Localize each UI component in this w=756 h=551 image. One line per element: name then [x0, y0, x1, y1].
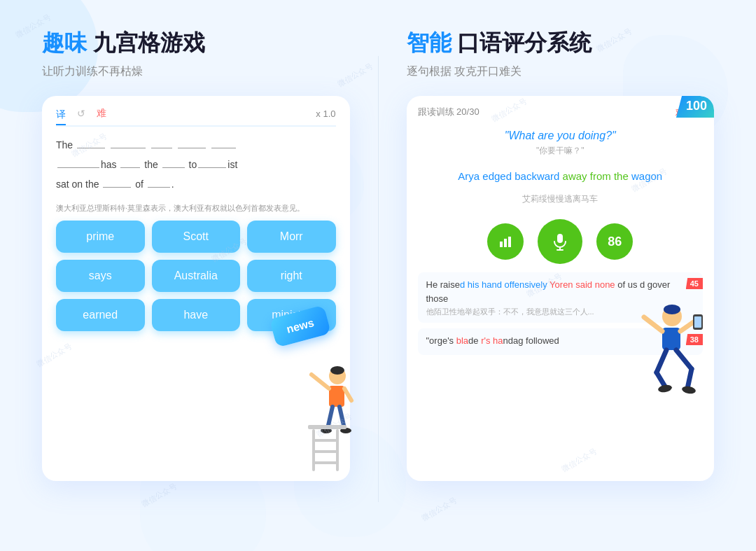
word-btn-australia[interactable]: Australia [152, 260, 241, 292]
speech-sentence: Arya edged backward away from the wagon [407, 162, 715, 190]
speech-controls: 86 [407, 211, 715, 272]
refresh-icon[interactable]: ↺ [77, 108, 85, 119]
svg-point-31 [681, 385, 696, 394]
speed-display: x 1.0 [316, 109, 335, 119]
left-panel: 趣味 九宫格游戏 让听力训练不再枯燥 译 ↺ 难 x 1.0 The has t… [42, 28, 350, 530]
tab-hard[interactable]: 难 [97, 107, 106, 120]
progress-text: 跟读训练 20/30 [418, 106, 479, 118]
word-btn-prime[interactable]: prime [56, 221, 145, 253]
svg-rect-33 [694, 316, 701, 328]
svg-line-24 [644, 317, 662, 331]
svg-line-4 [344, 389, 351, 400]
svg-line-27 [657, 372, 665, 386]
svg-line-28 [676, 350, 692, 369]
svg-rect-23 [662, 328, 680, 350]
speech-header: 跟读训练 20/30 难 | 易 100 [407, 96, 715, 124]
svg-line-3 [312, 375, 329, 389]
left-title-accent: 趣味 [42, 30, 87, 55]
right-title-rest: 口语评分系统 [451, 30, 592, 55]
word-btn-earned[interactable]: earned [56, 299, 145, 331]
left-panel-title: 趣味 九宫格游戏 [42, 28, 350, 59]
right-phone-mockup: 跟读训练 20/30 难 | 易 100 "What are you doing… [407, 96, 715, 481]
speech-sentence-cn: 艾莉绥慢慢逃离马车 [407, 190, 715, 211]
svg-rect-13 [312, 450, 339, 453]
right-panel-subtitle: 逐句根据 攻克开口难关 [407, 64, 715, 79]
left-panel-subtitle: 让听力训练不再枯燥 [42, 64, 350, 79]
svg-rect-2 [329, 386, 344, 407]
sentence-en-1: Arya edged backward [458, 170, 559, 182]
word-btn-says[interactable]: says [56, 260, 145, 292]
left-tabs: 译 ↺ 难 x 1.0 [56, 107, 336, 127]
word-btn-right[interactable]: right [247, 260, 336, 292]
fill-text-area: The has the toist sat on the of . [56, 135, 336, 194]
right-panel-title: 智能 口语评分系统 [407, 28, 715, 59]
top-score-badge: 100 [676, 96, 714, 118]
svg-point-22 [664, 305, 680, 314]
character-right [630, 299, 707, 425]
speech-quote-en: "What are you doing?" [407, 124, 715, 145]
svg-rect-17 [508, 237, 511, 247]
svg-rect-9 [308, 425, 346, 429]
score-button[interactable]: 86 [596, 223, 633, 260]
svg-line-29 [687, 369, 692, 389]
source-text: 澳大利亚总理斯科特·莫里森表示，澳大利亚有权就以色列首都发表意见。 [56, 202, 336, 215]
svg-rect-16 [504, 239, 507, 247]
svg-point-1 [330, 366, 344, 375]
speech-quote-cn: "你要干嘛？" [407, 145, 715, 162]
svg-rect-15 [500, 242, 503, 247]
svg-rect-12 [312, 439, 339, 442]
word-btn-have[interactable]: have [152, 299, 241, 331]
news-badge: news [270, 305, 331, 347]
microphone-button[interactable] [538, 219, 582, 264]
svg-rect-14 [312, 461, 339, 464]
character-left [287, 362, 357, 474]
sentence-en-highlight: away from the [563, 170, 629, 182]
word-btn-scott[interactable]: Scott [152, 221, 241, 253]
bar-chart-button[interactable] [487, 223, 524, 260]
sentence-en-2: wagon [631, 170, 662, 182]
word-btn-morr[interactable]: Morr [247, 221, 336, 253]
news-badge-area: news [272, 312, 328, 341]
svg-rect-18 [557, 234, 563, 243]
tab-translate[interactable]: 译 [56, 109, 66, 125]
svg-point-30 [657, 384, 672, 393]
left-title-rest: 九宫格游戏 [87, 30, 205, 55]
sentence-score-1: 45 [686, 278, 703, 289]
right-title-accent: 智能 [407, 30, 451, 55]
svg-line-26 [657, 350, 666, 372]
right-panel: 智能 口语评分系统 逐句根据 攻克开口难关 跟读训练 20/30 难 | 易 1… [407, 28, 715, 530]
